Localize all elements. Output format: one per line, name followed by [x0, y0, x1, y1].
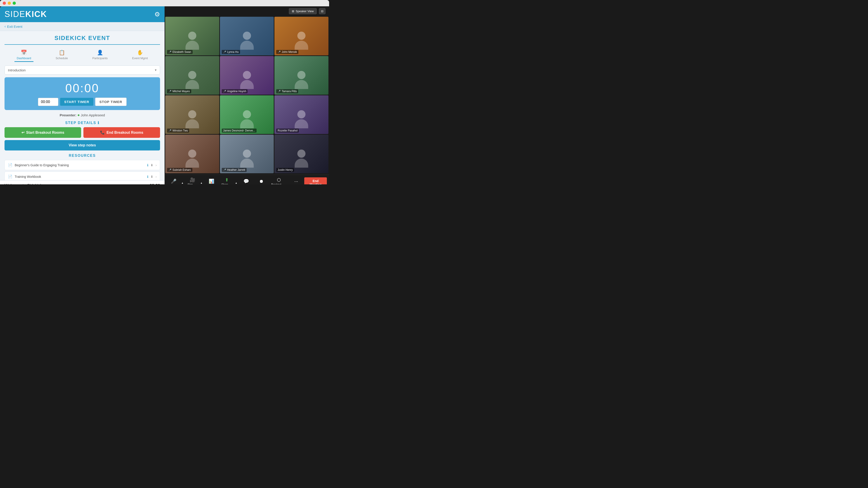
- mute-arrow[interactable]: ▲: [180, 181, 184, 185]
- polling-icon: 📊: [209, 178, 214, 184]
- mic-icon-0: 🎤: [168, 51, 172, 54]
- settings-icon[interactable]: ⚙: [154, 11, 160, 18]
- speaker-view-button[interactable]: ⊞ Speaker View: [289, 8, 317, 14]
- resource-arrow-icon-1: ›: [156, 175, 157, 178]
- video-cell-1: 🎤 Lynna Hu: [220, 17, 274, 55]
- resource-name-1: Training Workbook: [15, 175, 145, 178]
- title-bar: SIDEKICK ⚙: [0, 6, 164, 22]
- resource-info-icon-0[interactable]: ℹ: [147, 163, 148, 167]
- zoom-bottombar: 🎤 Mute ▲ 🎥 Stop Video ▲ 📊: [164, 175, 329, 184]
- video-cell-3: 🎤 Mitchel Mayes: [165, 56, 219, 95]
- resource-item-0[interactable]: 📄 Beginner's Guide to Engaging Training …: [4, 160, 160, 170]
- mic-icon-9: 🎤: [168, 168, 172, 171]
- resource-arrow-icon-0: ›: [156, 163, 157, 167]
- resource-name-0: Beginner's Guide to Engaging Training: [15, 163, 145, 167]
- mic-icon-1: 🎤: [223, 51, 226, 54]
- participant-name-9: 🎤 Subriah Esharc: [167, 168, 192, 172]
- tab-schedule-label: Schedule: [56, 57, 68, 60]
- polling-button[interactable]: 📊 Polling: [205, 177, 218, 184]
- video-cell-8: Rozette Pasahol: [274, 95, 329, 134]
- video-cell-7: James Desmond- Denve...: [220, 95, 274, 134]
- step-details-info-icon[interactable]: ℹ: [98, 121, 99, 125]
- participant-name-0: 🎤 Elizabeth Swan: [167, 50, 193, 54]
- grid-view-button[interactable]: ⊟: [319, 8, 326, 14]
- participant-name-8: Rozette Pasahol: [276, 129, 299, 133]
- window-chrome: [0, 0, 329, 6]
- bottom-label: Welcome to Sidekick: [4, 183, 42, 184]
- chevron-down-icon: ▾: [155, 68, 157, 72]
- chat-button[interactable]: 💬 Chat: [240, 177, 253, 184]
- stop-video-btn-group: 🎥 Stop Video ▲: [186, 176, 204, 184]
- timer-controls: START TIMER STOP TIMER: [8, 98, 156, 106]
- tab-dashboard-label: Dashboard: [17, 57, 31, 60]
- end-meeting-button[interactable]: End Meeting: [304, 177, 327, 184]
- timer-input[interactable]: [38, 98, 58, 106]
- resource-item-1[interactable]: 📄 Training Workbook ℹ ⬇ ›: [4, 171, 160, 180]
- presenter-dot: ●: [77, 113, 80, 117]
- close-dot[interactable]: [3, 2, 6, 5]
- presenter-name: John Appleseed: [81, 113, 105, 117]
- step-dropdown[interactable]: Introduction ▾: [4, 66, 160, 74]
- zoom-topbar: ⊞ Speaker View ⊟: [164, 6, 329, 16]
- video-cell-6: 🎤 Winston Twu: [165, 95, 219, 134]
- tab-event-mgmt-label: Event Mgmt: [132, 57, 148, 60]
- end-breakout-button[interactable]: 📞 End Breakout Rooms: [84, 127, 160, 138]
- right-panel: ⊞ Speaker View ⊟ 🎤 Elizabeth Swan: [164, 6, 329, 184]
- video-grid: 🎤 Elizabeth Swan 🎤 Lynna Hu: [164, 16, 329, 175]
- view-step-notes-button[interactable]: View step notes: [4, 140, 160, 151]
- share-screen-arrow[interactable]: ▲: [234, 181, 238, 185]
- participant-name-10: 🎤 Heather Jarrett: [222, 168, 247, 172]
- tab-participants[interactable]: 👤 Participants: [90, 48, 110, 62]
- resource-download-icon-1[interactable]: ⬇: [151, 175, 153, 178]
- participant-name-2: 🎤 John Mensik: [276, 50, 298, 54]
- video-cell-2: 🎤 John Mensik: [274, 17, 329, 55]
- video-cell-0: 🎤 Elizabeth Swan: [165, 17, 219, 55]
- video-cell-5: 🎤 Tamara Pitts: [274, 56, 329, 95]
- timer-display: 00:00: [8, 81, 156, 95]
- presenter-row: Presenter: ● John Appleseed: [4, 113, 160, 118]
- mic-icon-4: 🎤: [223, 90, 226, 93]
- video-cell-9: 🎤 Subriah Esharc: [165, 135, 219, 173]
- tab-dashboard[interactable]: 📅 Dashboard: [14, 48, 33, 62]
- title-divider: [4, 44, 160, 45]
- maximize-dot[interactable]: [13, 2, 16, 5]
- chat-icon: 💬: [243, 178, 249, 184]
- mic-icon-10: 🎤: [223, 168, 226, 171]
- resource-actions-1: ℹ ⬇ ›: [147, 175, 157, 178]
- end-breakout-icon: 📞: [100, 130, 105, 135]
- bottom-bar: Welcome to Sidekick 03:39: [0, 180, 164, 184]
- speaker-view-icon: ⊞: [292, 9, 294, 13]
- start-timer-button[interactable]: START TIMER: [60, 98, 93, 106]
- tab-participants-label: Participants: [92, 57, 107, 60]
- more-button[interactable]: ··· More: [289, 178, 303, 185]
- participant-name-6: 🎤 Winston Twu: [167, 129, 189, 133]
- stop-timer-button[interactable]: STOP TIMER: [95, 98, 127, 106]
- start-breakout-button[interactable]: ↩ Start Breakout Rooms: [4, 127, 81, 138]
- event-title: SIDEKICK EVENT: [4, 35, 160, 41]
- exit-event-button[interactable]: ‹ Exit Event: [0, 22, 164, 31]
- resource-info-icon-1[interactable]: ℹ: [147, 175, 148, 178]
- tab-schedule[interactable]: 📋 Schedule: [53, 48, 70, 62]
- resource-download-icon-0[interactable]: ⬇: [151, 163, 153, 167]
- more-icon: ···: [294, 179, 298, 184]
- event-mgmt-icon: ✋: [137, 50, 143, 56]
- record-icon: ⏺: [259, 179, 264, 184]
- start-breakout-icon: ↩: [22, 130, 24, 135]
- participant-name-1: 🎤 Lynna Hu: [222, 50, 240, 54]
- mic-icon-5: 🎤: [278, 90, 281, 93]
- stop-video-icon: 🎥: [190, 177, 195, 183]
- mute-button[interactable]: 🎤 Mute: [167, 177, 180, 184]
- tab-event-mgmt[interactable]: ✋ Event Mgmt: [130, 48, 150, 62]
- step-details-title: STEP DETAILS ℹ: [4, 121, 160, 125]
- record-button[interactable]: ⏺ Record: [254, 178, 268, 185]
- share-screen-button[interactable]: ⬆ Share Screen: [220, 176, 234, 184]
- mic-icon-6: 🎤: [168, 129, 172, 132]
- breakout-rooms-button[interactable]: ⬡ Breakout Rooms: [270, 176, 288, 184]
- stop-video-arrow[interactable]: ▲: [199, 181, 204, 185]
- stop-video-button[interactable]: 🎥 Stop Video: [186, 176, 199, 184]
- participants-icon: 👤: [97, 50, 103, 56]
- participant-name-7: James Desmond- Denve...: [222, 129, 256, 133]
- main-content: SIDEKICK EVENT 📅 Dashboard 📋 Schedule: [0, 31, 164, 180]
- app-logo: SIDEKICK: [4, 9, 47, 19]
- minimize-dot[interactable]: [8, 2, 11, 5]
